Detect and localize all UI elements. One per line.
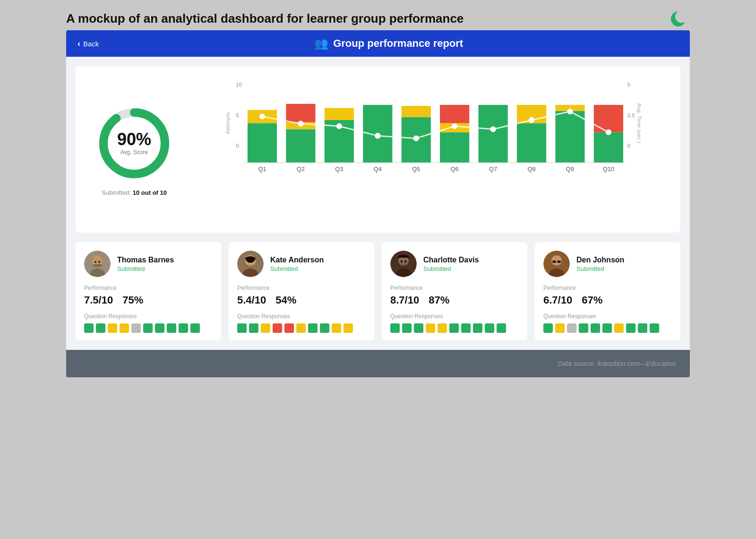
response-dot [567,323,576,333]
performance-values: 6.7/10 67% [543,294,672,306]
responses-label: Question Responses [543,313,672,320]
svg-text:5: 5 [627,81,631,87]
group-icon: 👥 [314,37,328,50]
learner-info: Kate Anderson Submitted [270,255,324,272]
svg-point-50 [606,130,611,135]
svg-rect-23 [479,105,508,163]
svg-point-56 [98,261,100,263]
top-section: 90% Avg. Score Submitted: 10 out of 10 1… [76,66,680,233]
response-dot [543,323,553,333]
svg-point-69 [404,261,406,263]
perf-score: 7.5/10 [84,294,113,306]
response-dot [426,323,435,333]
header-title: Group performance report [333,37,463,50]
svg-rect-14 [286,104,315,122]
avatar [390,251,417,277]
back-chevron-icon: ‹ [77,39,80,49]
response-dot [614,323,624,333]
svg-rect-16 [325,108,354,120]
svg-rect-28 [594,132,623,163]
svg-point-43 [337,124,342,129]
perf-score: 6.7/10 [543,294,572,306]
response-dot [390,323,400,333]
response-dot [579,323,588,333]
svg-point-42 [298,121,303,126]
svg-point-44 [375,133,380,139]
learner-status: Submitted [270,265,324,272]
response-dot [96,323,105,333]
svg-point-54 [93,257,102,265]
svg-rect-24 [517,123,546,163]
response-dot [332,323,341,333]
learner-header: Thomas Barnes Submitted [84,251,213,277]
learner-card-1: Kate Anderson Submitted Performance 5.4/… [229,242,374,340]
response-dot [261,323,270,333]
avatar [84,251,111,277]
learner-info: Charlotte Davis Submitted [423,255,479,272]
svg-rect-26 [555,111,584,163]
svg-rect-19 [402,106,431,117]
donut-label: 90% Avg. Score [117,131,151,156]
response-dots [237,323,366,333]
responses-label: Question Responses [84,313,213,320]
avatar [237,251,264,277]
response-dot [438,323,447,333]
perf-pct: 67% [582,294,602,306]
response-dots [84,323,213,333]
back-button[interactable]: ‹ Back [77,39,99,49]
main-content: 90% Avg. Score Submitted: 10 out of 10 1… [66,57,690,350]
response-dot [320,323,329,333]
response-dot [402,323,412,333]
perf-pct: 75% [122,294,143,306]
donut-sub-label: Avg. Score [117,149,151,156]
learner-header: Charlotte Davis Submitted [390,251,519,277]
learner-card-0: Thomas Barnes Submitted Performance 7.5/… [76,242,221,340]
performance-label: Performance [84,285,213,291]
response-dot [449,323,459,333]
response-dot [155,323,164,333]
bar-chart-area: 10 5 0 Attempts 5 2.5 0 Avg. Time (sec.) [196,78,669,221]
learner-name: Thomas Barnes [117,255,174,264]
response-dot [284,323,294,333]
svg-point-49 [567,109,573,114]
response-dot [414,323,423,333]
performance-values: 7.5/10 75% [84,294,213,306]
header-title-area: 👥 Group performance report [99,37,679,50]
footer: Data source: itransition.com—Education [66,350,690,377]
footer-text: Data source: itransition.com—Education [558,360,676,367]
perf-pct: 87% [429,294,449,306]
response-dots [390,323,519,333]
response-dot [473,323,482,333]
learner-status: Submitted [423,265,479,272]
svg-text:5: 5 [236,112,239,118]
response-dot [143,323,153,333]
svg-text:Q10: Q10 [603,165,614,173]
learner-header: Kate Anderson Submitted [237,251,366,277]
response-dot [179,323,188,333]
svg-rect-29 [594,105,623,132]
response-dot [555,323,565,333]
response-dot [108,323,117,333]
learner-name: Charlotte Davis [423,255,479,264]
response-dot [249,323,258,333]
learner-name: Den Johnson [576,255,624,264]
learner-status: Submitted [576,265,624,272]
response-dot [131,323,141,333]
svg-text:Q7: Q7 [489,165,497,173]
response-dot [461,323,471,333]
svg-text:10: 10 [236,81,242,87]
response-dots [543,323,672,333]
svg-text:Q3: Q3 [335,165,343,173]
learner-header: Den Johnson Submitted [543,251,672,277]
svg-text:2.5: 2.5 [627,112,636,118]
response-dot [237,323,247,333]
svg-point-55 [94,261,96,263]
svg-point-46 [452,124,457,129]
responses-label: Question Responses [390,313,519,320]
learner-info: Den Johnson Submitted [576,255,624,272]
response-dot [120,323,129,333]
perf-score: 8.7/10 [390,294,419,306]
svg-text:Attempts: Attempts [224,112,231,134]
response-dot [344,323,353,333]
response-dot [296,323,306,333]
